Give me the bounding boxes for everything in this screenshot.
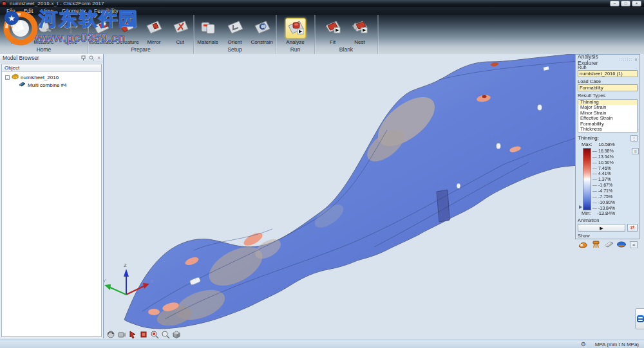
ribbon-toolbar: Files Measure Move Home Midsurface bbox=[0, 15, 644, 54]
legend-max-value: 16.58% bbox=[598, 142, 614, 147]
select-icon[interactable] bbox=[128, 329, 137, 339]
orient-icon bbox=[225, 18, 245, 39]
legend-pointer-icon[interactable] bbox=[579, 205, 582, 209]
part-model[interactable]: Z X Y bbox=[104, 54, 644, 340]
main-area: Model Browser × Object - numisheet_2016 bbox=[0, 54, 644, 340]
legend-format-button[interactable]: ≡ bbox=[632, 148, 639, 154]
materials-icon bbox=[198, 18, 218, 39]
show-options-button[interactable]: ≡ bbox=[630, 241, 638, 248]
show-punch-icon[interactable] bbox=[591, 240, 601, 249]
gear-icon[interactable]: ⚙ bbox=[581, 342, 586, 347]
constrain-button[interactable]: Constrain bbox=[249, 18, 276, 45]
analysis-explorer-panel: Analysis Explorer ::::::: × Run numishee… bbox=[575, 54, 640, 239]
mirror-button[interactable]: Mirror bbox=[141, 18, 167, 45]
result-type-thickness[interactable]: Thickness bbox=[578, 127, 637, 132]
midsurface-button[interactable]: Midsurface bbox=[88, 18, 115, 45]
ribbon-group-label-blank: Blank bbox=[315, 46, 377, 54]
rotate-view-icon[interactable] bbox=[106, 329, 115, 339]
analysis-explorer-close-icon[interactable]: × bbox=[634, 57, 638, 62]
units-indicator[interactable]: MPA (mm t N MPa) bbox=[595, 342, 639, 347]
tree-root-item[interactable]: - numisheet_2016 bbox=[2, 73, 101, 81]
ribbon-group-label-home: Home bbox=[0, 46, 88, 54]
ribbon-group-label-run: Run bbox=[276, 46, 314, 54]
application-window: numisheet_2016.x_t - Click2Form 2017 – □… bbox=[0, 0, 644, 348]
materials-button[interactable]: Materials bbox=[194, 18, 222, 45]
run-select[interactable]: numisheet_2016 (1) bbox=[578, 70, 638, 77]
legend-min-label: Min: bbox=[582, 210, 591, 216]
menu-feasibility[interactable]: Feasibility bbox=[90, 7, 122, 15]
menu-bar: File Edit View Geometry Feasibility bbox=[0, 7, 644, 15]
files-button[interactable]: Files bbox=[3, 18, 30, 45]
axis-z-label: Z bbox=[124, 262, 127, 268]
axis-y-label: Y bbox=[104, 279, 106, 283]
animation-play-button[interactable]: ▶ bbox=[578, 224, 625, 232]
show-binder-icon[interactable] bbox=[616, 240, 627, 249]
model-browser-title: Model Browser bbox=[3, 55, 80, 61]
maximize-button[interactable]: □ bbox=[621, 1, 630, 6]
remote-access-icon[interactable] bbox=[635, 308, 644, 329]
animation-label: Animation bbox=[578, 217, 638, 223]
legend-title: Thinning: bbox=[578, 135, 630, 141]
move-button[interactable]: Move bbox=[57, 18, 84, 45]
fit-view-icon[interactable] bbox=[138, 329, 148, 339]
part-hole bbox=[457, 183, 460, 188]
cut-button[interactable]: Cut bbox=[167, 18, 193, 45]
pan-view-icon[interactable] bbox=[117, 329, 126, 339]
ribbon-group-home: Files Measure Move Home bbox=[0, 15, 88, 54]
fit-button[interactable]: Fit bbox=[319, 18, 346, 45]
menu-file[interactable]: File bbox=[3, 7, 19, 15]
shaded-cube-icon[interactable] bbox=[171, 329, 181, 339]
thinning-legend: —16.58% —13.54% —10.50% —7.46% —4.41% —1… bbox=[583, 148, 638, 210]
collapse-icon[interactable]: - bbox=[5, 75, 10, 80]
model-browser-close-icon[interactable]: × bbox=[97, 55, 100, 60]
close-button[interactable]: × bbox=[632, 1, 641, 6]
legend-options-button[interactable]: ⋮ bbox=[630, 135, 638, 142]
menu-geometry[interactable]: Geometry bbox=[58, 7, 90, 15]
files-icon bbox=[7, 18, 26, 39]
defeature-icon bbox=[118, 18, 137, 39]
part-hole bbox=[538, 105, 542, 111]
minimize-button[interactable]: – bbox=[610, 1, 620, 6]
midsurface-icon bbox=[91, 18, 111, 39]
title-bar: numisheet_2016.x_t - Click2Form 2017 – □… bbox=[0, 0, 644, 7]
measure-icon bbox=[34, 18, 53, 39]
menu-view[interactable]: View bbox=[37, 7, 57, 15]
orient-button[interactable]: Orient bbox=[222, 18, 249, 45]
show-die-icon[interactable] bbox=[578, 240, 589, 249]
search-icon[interactable] bbox=[89, 52, 95, 64]
assembly-icon bbox=[12, 73, 19, 81]
menu-edit[interactable]: Edit bbox=[20, 7, 37, 15]
combine-part-icon bbox=[19, 81, 26, 89]
result-types-label: Result Types bbox=[578, 93, 638, 98]
defeature-button[interactable]: Defeature bbox=[115, 18, 141, 45]
fit-icon bbox=[323, 18, 343, 39]
measure-button[interactable]: Measure bbox=[30, 18, 57, 45]
analyze-button[interactable]: Analyze bbox=[282, 18, 309, 45]
object-column-header: Object bbox=[2, 64, 101, 72]
status-bar: ⚙ MPA (mm t N MPa) bbox=[0, 340, 644, 348]
show-blank-icon[interactable] bbox=[603, 240, 614, 249]
ribbon-group-setup: Materials Orient Constrain Setup bbox=[194, 15, 276, 54]
view-toolbar bbox=[106, 329, 181, 339]
load-case-label: Load Case bbox=[578, 78, 638, 84]
ribbon-group-label-setup: Setup bbox=[194, 46, 276, 54]
load-case-select[interactable]: Formability bbox=[578, 84, 638, 91]
mirror-icon bbox=[144, 18, 164, 39]
cut-icon bbox=[171, 18, 190, 39]
nest-button[interactable]: Nest bbox=[346, 18, 374, 45]
ribbon-group-prepare: Midsurface Defeature Mirror Cut Prepare bbox=[88, 15, 194, 54]
panel-grip-icon[interactable]: ::::::: bbox=[620, 57, 633, 62]
move-icon bbox=[61, 18, 80, 39]
app-icon bbox=[2, 1, 6, 6]
axis-x-label: X bbox=[151, 279, 154, 284]
zoom-icon[interactable] bbox=[160, 329, 170, 339]
ribbon-group-run: Analyze Run bbox=[276, 15, 315, 54]
show-label: Show bbox=[578, 233, 638, 239]
pin-icon[interactable] bbox=[80, 52, 86, 64]
zoom-window-icon[interactable] bbox=[149, 329, 159, 339]
animation-loop-button[interactable]: ⇄ bbox=[627, 224, 638, 232]
window-title: numisheet_2016.x_t - Click2Form 2017 bbox=[10, 1, 104, 6]
viewport-3d[interactable]: Z X Y bbox=[104, 54, 644, 340]
result-types-list: Thinning Major Strain Minor Strain Effec… bbox=[578, 99, 638, 133]
tree-child-item[interactable]: Multi combine #4 bbox=[2, 81, 101, 89]
